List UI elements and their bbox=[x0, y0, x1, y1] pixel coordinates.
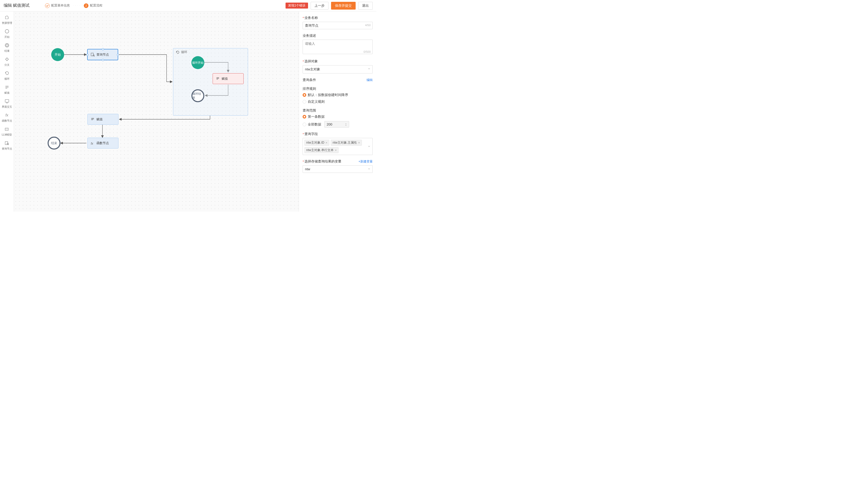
svg-point-3 bbox=[5, 43, 9, 47]
biz-name-input[interactable] bbox=[303, 22, 373, 29]
page-title: 编辑 赋值测试 bbox=[4, 3, 30, 8]
node-palette: 资源管理 开始 结束 分支 循环 赋值 界面交互 fx函数节点 LLM模型 查询… bbox=[0, 11, 14, 212]
svg-point-13 bbox=[93, 55, 94, 56]
svg-point-2 bbox=[5, 30, 9, 33]
step-number-badge: 2 bbox=[84, 3, 89, 8]
node-assign-inner[interactable]: 赋值 bbox=[213, 73, 244, 84]
circle-icon bbox=[4, 28, 10, 34]
range-all-number[interactable]: 200▲▼ bbox=[324, 121, 349, 128]
palette-assign[interactable]: 赋值 bbox=[4, 84, 10, 95]
loop-header: 循环 bbox=[176, 50, 187, 54]
sort-default-radio[interactable]: 默认：按数据创建时间降序 bbox=[303, 93, 373, 97]
list-icon bbox=[4, 84, 10, 90]
refresh-icon bbox=[4, 70, 10, 76]
flow-canvas[interactable]: 开始 查询节点 循环 循环开始 赋值 循环结束 赋值 fx 函数节点 结束 bbox=[14, 11, 299, 212]
node-loop-end[interactable]: 循环结束 bbox=[191, 89, 204, 102]
node-assign-outer[interactable]: 赋值 bbox=[87, 114, 119, 125]
exit-button[interactable]: 退出 bbox=[358, 2, 373, 9]
puzzle-icon bbox=[4, 14, 10, 20]
close-icon[interactable]: ✕ bbox=[326, 141, 328, 144]
range-all-radio[interactable]: 全部数据 200▲▼ bbox=[303, 121, 373, 128]
close-icon[interactable]: ✕ bbox=[358, 141, 360, 144]
palette-start[interactable]: 开始 bbox=[4, 28, 10, 39]
sort-custom-radio[interactable]: 自定义规则 bbox=[303, 99, 373, 104]
palette-llm[interactable]: LLM模型 bbox=[2, 126, 12, 136]
palette-function[interactable]: fx函数节点 bbox=[2, 112, 12, 123]
select-object-dropdown[interactable]: ntw主对象 bbox=[303, 65, 373, 73]
step-1[interactable]: 配置基本信息 bbox=[45, 3, 70, 8]
ring-icon bbox=[4, 42, 10, 48]
list-icon bbox=[216, 77, 220, 81]
palette-loop[interactable]: 循环 bbox=[4, 70, 10, 81]
store-var-dropdown[interactable]: ntw bbox=[303, 165, 373, 173]
step-separator: · · · · bbox=[73, 4, 81, 7]
error-badge[interactable]: 发现1个错误 bbox=[285, 3, 308, 8]
biz-desc-counter: 0/500 bbox=[363, 50, 371, 53]
svg-rect-6 bbox=[5, 100, 9, 102]
query-fields-multiselect[interactable]: ntw主对象.ID✕ ntw主对象.主属性✕ ntw主对象.单行文本✕ bbox=[303, 138, 373, 155]
field-tag[interactable]: ntw主对象.主属性✕ bbox=[331, 140, 362, 146]
node-loop-start[interactable]: 循环开始 bbox=[191, 56, 204, 69]
close-icon[interactable]: ✕ bbox=[335, 149, 337, 152]
node-end[interactable]: 结束 bbox=[48, 136, 61, 150]
palette-branch[interactable]: 分支 bbox=[4, 56, 10, 67]
refresh-icon bbox=[176, 51, 180, 54]
header-actions: 发现1个错误 上一步 保存并提交 退出 bbox=[285, 2, 373, 9]
palette-query[interactable]: 查询节点 bbox=[2, 140, 12, 151]
monitor-icon bbox=[4, 98, 10, 104]
model-icon bbox=[4, 126, 9, 132]
palette-resources[interactable]: 资源管理 bbox=[2, 14, 12, 25]
diamond-icon bbox=[4, 56, 10, 62]
svg-point-8 bbox=[6, 129, 6, 129]
header: 编辑 赋值测试 配置基本信息 · · · · 2 配置流程 发现1个错误 上一步… bbox=[0, 0, 376, 11]
properties-panel: *业务名称 4/50 业务描述 0/500 *选择对象 ntw主对象 查询条件编… bbox=[299, 11, 376, 212]
range-first-radio[interactable]: 第一条数据 bbox=[303, 114, 373, 119]
new-var-link[interactable]: +新建变量 bbox=[359, 159, 373, 164]
prev-step-button[interactable]: 上一步 bbox=[311, 2, 329, 9]
query-icon bbox=[4, 140, 10, 146]
palette-end[interactable]: 结束 bbox=[4, 42, 10, 53]
step-2[interactable]: 2 配置流程 bbox=[84, 3, 102, 8]
svg-point-4 bbox=[6, 44, 8, 46]
chevron-down-icon bbox=[368, 145, 370, 148]
list-icon bbox=[91, 117, 95, 121]
svg-rect-7 bbox=[5, 128, 8, 130]
edit-condition-link[interactable]: 编辑 bbox=[367, 78, 373, 82]
palette-ui[interactable]: 界面交互 bbox=[2, 98, 12, 109]
query-icon bbox=[91, 53, 95, 57]
check-icon bbox=[45, 3, 50, 8]
node-function[interactable]: fx 函数节点 bbox=[87, 138, 119, 149]
svg-point-9 bbox=[7, 129, 7, 129]
chevron-down-icon bbox=[368, 168, 370, 170]
node-loop-container[interactable]: 循环 循环开始 赋值 循环结束 bbox=[173, 48, 248, 116]
field-tag[interactable]: ntw主对象.单行文本✕ bbox=[304, 147, 339, 153]
fx-icon: fx bbox=[91, 141, 95, 145]
svg-rect-5 bbox=[5, 58, 8, 61]
node-query[interactable]: 查询节点 bbox=[87, 49, 118, 60]
save-submit-button[interactable]: 保存并提交 bbox=[331, 2, 355, 9]
fx-icon: fx bbox=[4, 112, 10, 118]
steps: 配置基本信息 · · · · 2 配置流程 bbox=[45, 3, 102, 8]
node-start[interactable]: 开始 bbox=[51, 48, 64, 61]
biz-name-counter: 4/50 bbox=[365, 24, 371, 27]
biz-desc-textarea[interactable] bbox=[303, 39, 373, 54]
chevron-down-icon bbox=[368, 67, 370, 70]
field-tag[interactable]: ntw主对象.ID✕ bbox=[304, 140, 329, 146]
